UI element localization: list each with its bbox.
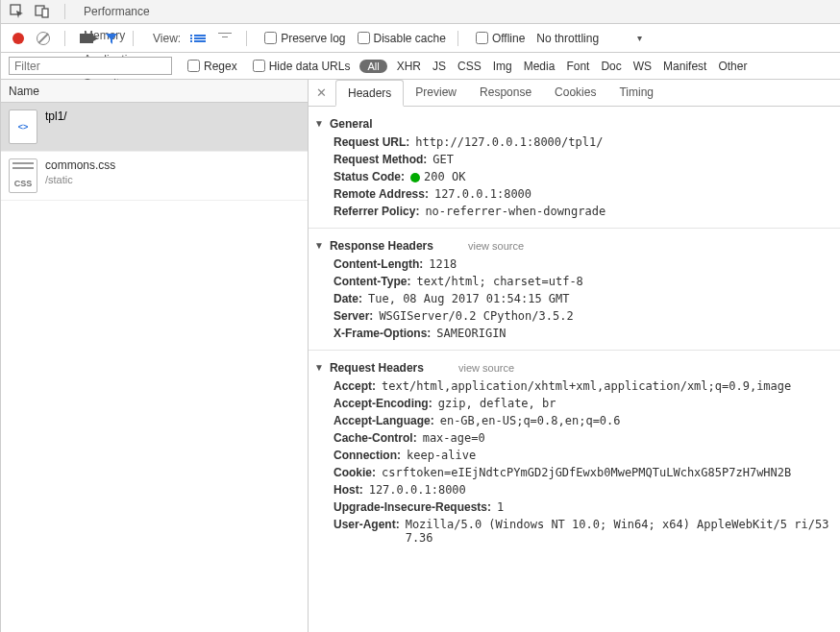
- divider: [64, 4, 65, 19]
- detail-pane: ✕ HeadersPreviewResponseCookiesTiming ▼ …: [309, 80, 840, 632]
- header-value: 127.0.0.1:8000: [434, 187, 531, 201]
- main-area: Name tpl1/commons.css/static ✕ HeadersPr…: [1, 80, 840, 632]
- header-row: Remote Address:127.0.0.1:8000: [309, 185, 840, 203]
- header-value: 1: [497, 500, 504, 514]
- filter-type-font[interactable]: Font: [566, 60, 589, 73]
- header-key: Status Code:: [334, 170, 405, 183]
- section-toggle-request[interactable]: ▼ Request Headers view source: [309, 358, 840, 377]
- header-row: Server:WSGIServer/0.2 CPython/3.5.2: [309, 307, 840, 325]
- detail-tab-response[interactable]: Response: [468, 80, 543, 107]
- header-key: Host:: [334, 483, 363, 497]
- detail-tab-cookies[interactable]: Cookies: [543, 80, 607, 107]
- view-source-link[interactable]: view source: [458, 362, 514, 374]
- filter-type-other[interactable]: Other: [718, 60, 747, 73]
- filter-type-all[interactable]: All: [359, 60, 386, 73]
- request-row[interactable]: commons.css/static: [1, 152, 308, 201]
- filter-type-css[interactable]: CSS: [457, 60, 482, 73]
- header-value: 200 OK: [410, 170, 465, 183]
- throttling-select[interactable]: No throttling ▾: [536, 32, 642, 45]
- hide-data-urls-checkbox[interactable]: Hide data URLs: [253, 60, 351, 73]
- header-key: Request Method:: [334, 153, 427, 166]
- regex-checkbox[interactable]: Regex: [187, 60, 237, 73]
- record-button[interactable]: [9, 29, 28, 48]
- filter-type-media[interactable]: Media: [524, 60, 556, 73]
- filter-type-xhr[interactable]: XHR: [397, 60, 421, 73]
- section-general: ▼ General Request URL:http://127.0.0.1:8…: [309, 110, 840, 224]
- header-value: text/html; charset=utf-8: [416, 275, 582, 288]
- section-toggle-general[interactable]: ▼ General: [309, 114, 840, 134]
- header-key: Accept-Encoding:: [334, 397, 432, 410]
- section-toggle-response[interactable]: ▼ Response Headers view source: [309, 236, 840, 255]
- header-key: X-Frame-Options:: [334, 327, 431, 340]
- preserve-log-checkbox[interactable]: Preserve log: [264, 32, 345, 45]
- capture-screenshots-icon[interactable]: [77, 29, 96, 48]
- header-key: Content-Length:: [334, 257, 423, 271]
- view-source-link[interactable]: view source: [468, 240, 524, 252]
- request-path: /static: [45, 174, 115, 185]
- triangle-down-icon: ▼: [314, 240, 324, 251]
- triangle-down-icon: ▼: [314, 118, 324, 129]
- divider: [309, 228, 840, 229]
- header-key: Cookie:: [334, 466, 376, 479]
- filter-toggle-icon[interactable]: [102, 29, 121, 48]
- header-row: Request URL:http://127.0.0.1:8000/tpl1/: [309, 134, 840, 151]
- header-value: SAMEORIGIN: [436, 327, 506, 340]
- close-icon[interactable]: ✕: [312, 85, 330, 102]
- header-row: X-Frame-Options:SAMEORIGIN: [309, 325, 840, 342]
- header-value: GET: [432, 153, 454, 166]
- header-value: WSGIServer/0.2 CPython/3.5.2: [379, 309, 573, 323]
- header-value: no-referrer-when-downgrade: [425, 205, 605, 218]
- header-row: Referrer Policy:no-referrer-when-downgra…: [309, 203, 840, 220]
- header-value: en-GB,en-US;q=0.8,en;q=0.6: [440, 414, 621, 427]
- inspect-icon[interactable]: [7, 1, 28, 22]
- triangle-down-icon: ▼: [314, 362, 324, 373]
- header-key: Connection:: [334, 449, 401, 462]
- detail-tabs: ✕ HeadersPreviewResponseCookiesTiming: [309, 80, 840, 107]
- header-value: gzip, deflate, br: [438, 397, 556, 410]
- detail-tab-timing[interactable]: Timing: [607, 80, 665, 107]
- header-value: text/html,application/xhtml+xml,applicat…: [382, 379, 791, 393]
- waterfall-icon[interactable]: [215, 29, 235, 48]
- clear-button[interactable]: [34, 29, 53, 48]
- header-row: Accept:text/html,application/xhtml+xml,a…: [309, 377, 840, 395]
- detail-tab-headers[interactable]: Headers: [335, 80, 404, 107]
- divider: [133, 31, 134, 46]
- header-key: Cache-Control:: [334, 431, 417, 445]
- header-row: Request Method:GET: [309, 151, 840, 168]
- chevron-down-icon: ▾: [637, 33, 642, 43]
- section-response-headers: ▼ Response Headers view source Content-L…: [309, 232, 840, 346]
- header-key: Accept-Language:: [334, 414, 434, 427]
- filter-type-manifest[interactable]: Manifest: [663, 60, 706, 73]
- request-row[interactable]: tpl1/: [1, 103, 308, 152]
- filter-type-ws[interactable]: WS: [633, 60, 652, 73]
- header-value: 127.0.0.1:8000: [369, 483, 466, 497]
- header-value: keep-alive: [407, 449, 476, 462]
- header-row: Upgrade-Insecure-Requests:1: [309, 498, 840, 516]
- header-key: Remote Address:: [334, 187, 429, 201]
- header-row: Accept-Language:en-GB,en-US;q=0.8,en;q=0…: [309, 412, 840, 429]
- column-header-name[interactable]: Name: [1, 80, 308, 103]
- header-row: Cache-Control:max-age=0: [309, 429, 840, 447]
- disable-cache-checkbox[interactable]: Disable cache: [358, 32, 446, 45]
- devtools-tabs: ConsoleSourcesElementsNetworkPerformance…: [1, 0, 840, 24]
- device-toggle-icon[interactable]: [32, 1, 53, 22]
- header-row: Connection:keep-alive: [309, 447, 840, 464]
- filter-type-js[interactable]: JS: [432, 60, 446, 73]
- header-value: max-age=0: [423, 431, 485, 445]
- detail-tab-preview[interactable]: Preview: [404, 80, 468, 107]
- header-row: Cookie:csrftoken=eIEjNdtcPYmGD2jGDfEwxb0…: [309, 464, 840, 481]
- header-key: User-Agent:: [334, 518, 400, 545]
- status-dot-icon: [410, 173, 420, 182]
- filter-type-doc[interactable]: Doc: [601, 60, 621, 73]
- view-label: View:: [153, 32, 181, 45]
- header-row: Date:Tue, 08 Aug 2017 01:54:15 GMT: [309, 290, 840, 307]
- large-rows-icon[interactable]: [190, 29, 210, 48]
- filter-input[interactable]: [9, 57, 172, 75]
- divider: [457, 31, 458, 46]
- header-value: Mozilla/5.0 (Windows NT 10.0; Win64; x64…: [406, 518, 840, 545]
- filter-type-img[interactable]: Img: [493, 60, 512, 73]
- tab-performance[interactable]: Performance: [73, 0, 161, 24]
- header-row: Content-Length:1218: [309, 255, 840, 273]
- offline-checkbox[interactable]: Offline: [476, 32, 525, 45]
- header-key: Date:: [334, 292, 362, 305]
